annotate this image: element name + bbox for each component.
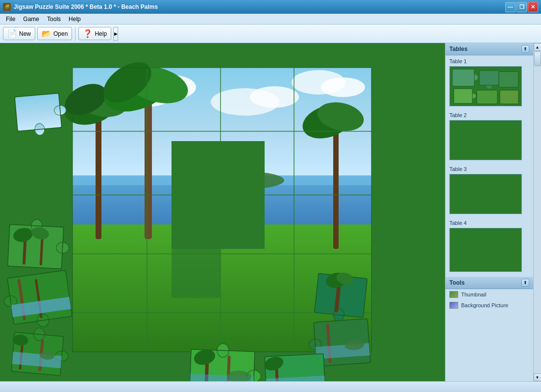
help-label: Help [95,30,107,37]
puzzle-area[interactable] [0,43,445,381]
window-title: Jigsaw Puzzle Suite 2006 * Beta 1.0 * - … [14,3,158,10]
table-4-preview[interactable] [449,228,522,272]
table-1-preview[interactable] [449,66,522,106]
menu-file[interactable]: File [2,15,19,24]
svg-point-5 [250,86,299,108]
open-icon: 📂 [42,29,51,38]
toolbar-separator [75,27,75,41]
table-1-item[interactable]: Table 1 [445,55,533,109]
minimize-button[interactable]: — [505,2,516,12]
tools-header-label: Tools [449,279,465,286]
table-3-preview[interactable] [449,174,522,214]
tables-section-header: Tables ⬆ [445,43,533,55]
new-button[interactable]: 📄 New [3,27,35,40]
toolbar-more[interactable]: ▶ [113,27,118,41]
thumbnail-label: Thumbnail [461,292,486,297]
menu-tools[interactable]: Tools [43,15,65,24]
svg-point-7 [321,77,365,97]
open-button[interactable]: 📂 Open [37,27,72,40]
tools-section: Tools ⬆ Thumbnail Background Picture [445,277,533,311]
restore-button[interactable]: ❐ [516,2,527,12]
svg-rect-98 [477,90,497,104]
svg-rect-102 [500,90,518,104]
window-controls: — ❐ ✕ [505,2,538,12]
tools-collapse-button[interactable]: ⬆ [521,279,529,287]
right-scrollbar: ▲ ▼ [533,43,541,381]
svg-rect-30 [172,141,265,249]
svg-rect-20 [333,117,339,249]
menu-help[interactable]: Help [65,15,85,24]
menu-game[interactable]: Game [19,15,43,24]
puzzle-canvas [0,43,445,381]
tables-header-label: Tables [449,46,467,52]
table-2-preview[interactable] [449,120,522,160]
open-label: Open [53,30,68,37]
status-bar [0,381,541,392]
thumbnail-tool[interactable]: Thumbnail [445,289,533,300]
scroll-up-button[interactable]: ▲ [534,43,541,51]
table-3-label: Table 3 [449,166,529,172]
svg-rect-31 [172,249,221,298]
new-label: New [19,30,31,37]
table-2-label: Table 2 [449,112,529,118]
bg-picture-label: Background Picture [461,302,508,308]
tools-section-header: Tools ⬆ [445,277,533,289]
tables-collapse-button[interactable]: ⬆ [521,45,529,53]
table-3-item[interactable]: Table 3 [445,163,533,217]
table-1-thumbnail [450,67,522,106]
right-panel-container: Tables ⬆ Table 1 [445,43,541,381]
scroll-thumb[interactable] [534,51,541,66]
table-4-label: Table 4 [449,220,529,226]
help-button[interactable]: ❓ Help [78,27,111,40]
bg-picture-icon [449,302,458,309]
scroll-down-button[interactable]: ▼ [534,373,541,381]
help-icon: ❓ [83,29,93,38]
close-button[interactable]: ✕ [528,2,538,12]
title-bar: 🧩 Jigsaw Puzzle Suite 2006 * Beta 1.0 * … [0,0,541,14]
table-1-label: Table 1 [449,58,529,64]
scroll-track[interactable] [534,51,541,373]
new-icon: 📄 [7,29,17,38]
table-4-item[interactable]: Table 4 [445,217,533,275]
right-panel: Tables ⬆ Table 1 [445,43,533,381]
bg-picture-tool[interactable]: Background Picture [445,300,533,311]
main-container: Tables ⬆ Table 1 [0,43,541,381]
svg-rect-100 [499,72,518,87]
toolbar: 📄 New 📂 Open ❓ Help ▶ [0,24,541,43]
menu-bar: File Game Tools Help [0,14,541,24]
table-2-item[interactable]: Table 2 [445,109,533,163]
thumbnail-icon [449,291,458,298]
app-icon: 🧩 [3,3,11,11]
